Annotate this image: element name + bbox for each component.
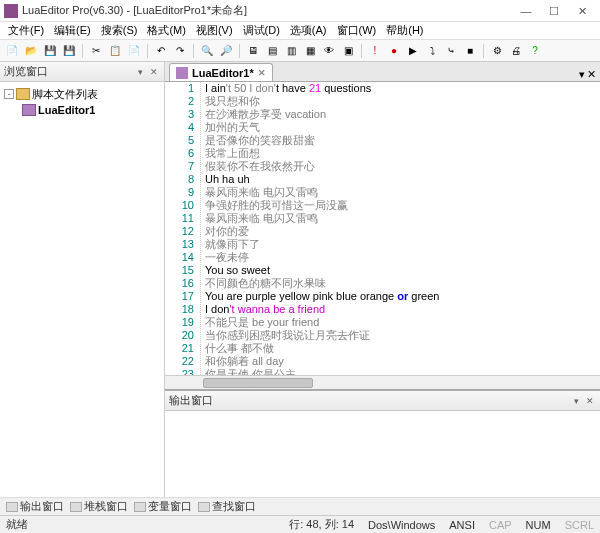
cut-icon[interactable]: ✂ bbox=[88, 43, 104, 59]
menu-item[interactable]: 格式(M) bbox=[143, 23, 190, 38]
editor-tab[interactable]: LuaEditor1* ✕ bbox=[169, 63, 273, 81]
code-line[interactable]: 暴风雨来临 电闪又雷鸣 bbox=[205, 212, 600, 225]
watch-icon[interactable]: 👁 bbox=[321, 43, 337, 59]
menu-item[interactable]: 搜索(S) bbox=[97, 23, 142, 38]
line-gutter: 1234567891011121314151617181920212223242… bbox=[165, 82, 201, 375]
code-line[interactable]: 我只想和你 bbox=[205, 95, 600, 108]
menu-item[interactable]: 选项(A) bbox=[286, 23, 331, 38]
status-cap: CAP bbox=[489, 519, 512, 531]
step-icon[interactable]: ▶ bbox=[405, 43, 421, 59]
tab-dropdown-icon[interactable]: ▾ bbox=[579, 68, 585, 81]
separator bbox=[239, 44, 240, 58]
tree-item-row[interactable]: LuaEditor1 bbox=[4, 102, 160, 118]
panel-close-icon[interactable]: ✕ bbox=[148, 66, 160, 78]
bottom-tab[interactable]: 变量窗口 bbox=[134, 499, 192, 514]
tab-icon bbox=[70, 502, 82, 512]
code-line[interactable]: 不同颜色的糖不同水果味 bbox=[205, 277, 600, 290]
tab-close-all-icon[interactable]: ✕ bbox=[587, 68, 596, 81]
tab-close-icon[interactable]: ✕ bbox=[258, 68, 266, 78]
browse-panel-title: 浏览窗口 bbox=[4, 64, 48, 79]
undo-icon[interactable]: ↶ bbox=[153, 43, 169, 59]
output-icon[interactable]: ▣ bbox=[340, 43, 356, 59]
toolbar: 📄 📂 💾 💾 ✂ 📋 📄 ↶ ↷ 🔍 🔎 🖥 ▤ ▥ ▦ 👁 ▣ ! ● ▶ … bbox=[0, 40, 600, 62]
code-line[interactable]: Uh ha uh bbox=[205, 173, 600, 186]
redo-icon[interactable]: ↷ bbox=[172, 43, 188, 59]
output-panel-title: 输出窗口 bbox=[169, 393, 213, 408]
bottom-tab[interactable]: 查找窗口 bbox=[198, 499, 256, 514]
find-icon[interactable]: 🔍 bbox=[199, 43, 215, 59]
step-into-icon[interactable]: ⤷ bbox=[443, 43, 459, 59]
help-icon[interactable]: ? bbox=[527, 43, 543, 59]
status-num: NUM bbox=[526, 519, 551, 531]
close-button[interactable]: ✕ bbox=[568, 1, 596, 21]
print-icon[interactable]: 🖨 bbox=[508, 43, 524, 59]
code-line[interactable]: 和你躺着 all day bbox=[205, 355, 600, 368]
code-line[interactable]: 加州的天气 bbox=[205, 121, 600, 134]
copy-icon[interactable]: 📋 bbox=[107, 43, 123, 59]
code-line[interactable]: 在沙滩散步享受 vacation bbox=[205, 108, 600, 121]
minimize-button[interactable]: — bbox=[512, 1, 540, 21]
breakpoint-icon[interactable]: ● bbox=[386, 43, 402, 59]
code-line[interactable]: I don't wanna be a friend bbox=[205, 303, 600, 316]
stack-icon[interactable]: ▤ bbox=[264, 43, 280, 59]
tab-label: LuaEditor1* bbox=[192, 67, 254, 79]
code-line[interactable]: 是否像你的笑容般甜蜜 bbox=[205, 134, 600, 147]
status-eol: Dos\Windows bbox=[368, 519, 435, 531]
menu-item[interactable]: 视图(V) bbox=[192, 23, 237, 38]
code-line[interactable]: 假装你不在我依然开心 bbox=[205, 160, 600, 173]
code-line[interactable]: 我常上面想 bbox=[205, 147, 600, 160]
app-icon bbox=[4, 4, 18, 18]
tree-root-row[interactable]: - 脚本文件列表 bbox=[4, 86, 160, 102]
monitor-icon[interactable]: 🖥 bbox=[245, 43, 261, 59]
save-all-icon[interactable]: 💾 bbox=[61, 43, 77, 59]
code-line[interactable]: 争强好胜的我可惜这一局没赢 bbox=[205, 199, 600, 212]
panel-dropdown-icon[interactable]: ▾ bbox=[134, 66, 146, 78]
bottom-tab[interactable]: 堆栈窗口 bbox=[70, 499, 128, 514]
code-line[interactable]: 不能只是 be your friend bbox=[205, 316, 600, 329]
code-line[interactable]: 对你的爱 bbox=[205, 225, 600, 238]
separator bbox=[361, 44, 362, 58]
maximize-button[interactable]: ☐ bbox=[540, 1, 568, 21]
bottom-tab[interactable]: 输出窗口 bbox=[6, 499, 64, 514]
run-icon[interactable]: ! bbox=[367, 43, 383, 59]
scrollbar-thumb[interactable] bbox=[203, 378, 313, 388]
tree-item-label: LuaEditor1 bbox=[38, 104, 95, 116]
code-line[interactable]: I ain't 50 I don't have 21 questions bbox=[205, 82, 600, 95]
code-line[interactable]: 当你感到困惑时我说让月亮去作证 bbox=[205, 329, 600, 342]
save-icon[interactable]: 💾 bbox=[42, 43, 58, 59]
tree-collapse-icon[interactable]: - bbox=[4, 89, 14, 99]
tree-root-label: 脚本文件列表 bbox=[32, 87, 98, 102]
code-lines[interactable]: I ain't 50 I don't have 21 questions我只想和… bbox=[201, 82, 600, 375]
menu-item[interactable]: 文件(F) bbox=[4, 23, 48, 38]
settings-icon[interactable]: ⚙ bbox=[489, 43, 505, 59]
vars-icon[interactable]: ▦ bbox=[302, 43, 318, 59]
find-files-icon[interactable]: 🔎 bbox=[218, 43, 234, 59]
menu-item[interactable]: 帮助(H) bbox=[382, 23, 427, 38]
code-line[interactable]: 就像雨下了 bbox=[205, 238, 600, 251]
output-close-icon[interactable]: ✕ bbox=[584, 395, 596, 407]
code-line[interactable]: You so sweet bbox=[205, 264, 600, 277]
script-tree: - 脚本文件列表 LuaEditor1 bbox=[0, 82, 164, 497]
code-editor[interactable]: 1234567891011121314151617181920212223242… bbox=[165, 82, 600, 375]
output-body[interactable] bbox=[165, 411, 600, 497]
code-line[interactable]: You are purple yellow pink blue orange o… bbox=[205, 290, 600, 303]
title-bar: LuaEditor Pro(v6.30) - [LuaEditorPro1*未命… bbox=[0, 0, 600, 22]
horizontal-scrollbar[interactable] bbox=[165, 375, 600, 389]
code-line[interactable]: 暴风雨来临 电闪又雷鸣 bbox=[205, 186, 600, 199]
list-icon[interactable]: ▥ bbox=[283, 43, 299, 59]
file-icon bbox=[22, 104, 36, 116]
menu-item[interactable]: 调试(D) bbox=[239, 23, 284, 38]
code-line[interactable]: 你是天使 你是公主 bbox=[205, 368, 600, 375]
step-over-icon[interactable]: ⤵ bbox=[424, 43, 440, 59]
menu-item[interactable]: 编辑(E) bbox=[50, 23, 95, 38]
menu-item[interactable]: 窗口(W) bbox=[333, 23, 381, 38]
open-file-icon[interactable]: 📂 bbox=[23, 43, 39, 59]
window-title: LuaEditor Pro(v6.30) - [LuaEditorPro1*未命… bbox=[22, 3, 512, 18]
bottom-tab-label: 变量窗口 bbox=[148, 499, 192, 514]
new-file-icon[interactable]: 📄 bbox=[4, 43, 20, 59]
stop-icon[interactable]: ■ bbox=[462, 43, 478, 59]
output-dropdown-icon[interactable]: ▾ bbox=[570, 395, 582, 407]
code-line[interactable]: 什么事 都不做 bbox=[205, 342, 600, 355]
paste-icon[interactable]: 📄 bbox=[126, 43, 142, 59]
code-line[interactable]: 一夜未停 bbox=[205, 251, 600, 264]
